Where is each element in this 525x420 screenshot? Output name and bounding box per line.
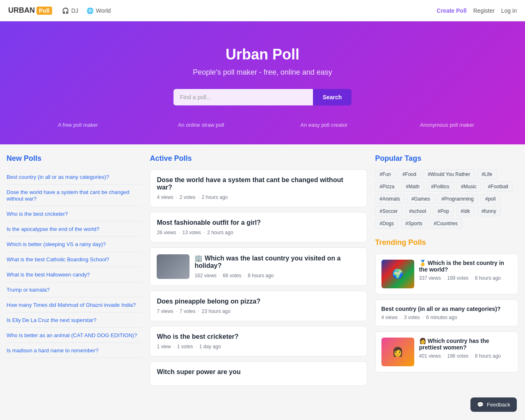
hero-feature-3: An easy poll creator: [262, 122, 386, 128]
tag-item[interactable]: #Music: [457, 182, 481, 192]
tag-item[interactable]: #Politics: [427, 182, 454, 192]
trending-views: 337 views: [419, 275, 441, 281]
active-poll-card: Most fashionable outfit for a girl? 26 v…: [150, 212, 367, 242]
poll-thumb-image: [157, 254, 189, 279]
brand-poll: Poll: [37, 7, 52, 15]
poll-info: 🏢 Which was the last country you visited…: [194, 254, 360, 278]
poll-time[interactable]: 8 hours ago: [248, 273, 274, 278]
trending-time[interactable]: 8 hours ago: [475, 275, 501, 281]
new-poll-list: Best country (in all or as many categori…: [7, 169, 142, 358]
create-poll-link[interactable]: Create Poll: [437, 7, 467, 14]
search-input[interactable]: [173, 89, 313, 105]
poll-time[interactable]: 2 hours ago: [202, 194, 228, 200]
tag-item[interactable]: #Pizza: [375, 182, 399, 192]
hero-title: Urban Poll: [8, 46, 517, 63]
trending-time[interactable]: 6 minutes ago: [426, 315, 457, 320]
poll-title[interactable]: 🏢 Which was the last country you visited…: [194, 254, 360, 269]
trending-time[interactable]: 8 hours ago: [475, 353, 501, 359]
tag-item[interactable]: #Football: [484, 182, 513, 192]
search-button[interactable]: Search: [313, 89, 352, 105]
poll-meta: 162 views · 66 votes · 8 hours ago: [194, 273, 360, 278]
navbar-right: Create Poll Register Log in: [437, 7, 517, 14]
tag-item[interactable]: #Life: [477, 169, 497, 179]
right-column: Popular Tags #Fun#Food#Would You Rather#…: [375, 154, 518, 391]
register-link[interactable]: Register: [473, 7, 495, 14]
tag-item[interactable]: #Math: [402, 182, 424, 192]
new-poll-link[interactable]: What is the best Catholic Boarding Schoo…: [7, 256, 109, 262]
tags-container: #Fun#Food#Would You Rather#Life#Pizza#Ma…: [375, 169, 518, 228]
poll-time[interactable]: 1 day ago: [199, 344, 221, 349]
tag-item[interactable]: #Food: [398, 169, 421, 179]
new-poll-link[interactable]: Is the apocalypse the end of the world?: [7, 226, 99, 232]
tag-item[interactable]: #poll: [481, 194, 500, 204]
active-poll-card: 🏢 Which was the last country you visited…: [150, 247, 367, 286]
trending-poll-title[interactable]: 🥇 Which is the best country in the world…: [419, 260, 512, 273]
new-poll-link[interactable]: How many Times did Mahmud of Ghazni inva…: [7, 302, 136, 308]
separator: ·: [219, 273, 220, 278]
active-polls-title: Active Polls: [150, 154, 367, 163]
separator: ·: [196, 344, 197, 349]
trending-votes: 3 votes: [404, 315, 420, 320]
new-poll-link[interactable]: Trump or kamala?: [7, 287, 50, 293]
tag-item[interactable]: #Fun: [375, 169, 395, 179]
tag-item[interactable]: #Countries: [429, 219, 462, 228]
tag-item[interactable]: #Animals: [375, 194, 404, 204]
tag-item[interactable]: #Sports: [401, 219, 427, 228]
tag-item[interactable]: #school: [405, 206, 431, 216]
new-poll-link[interactable]: Is madison a hard name to remember?: [7, 347, 98, 354]
new-poll-item: Who is better as an animal (CAT AND DOG …: [7, 328, 142, 343]
tag-item[interactable]: #Programming: [437, 194, 478, 204]
new-poll-link[interactable]: Dose the world have a system that cant b…: [7, 189, 129, 202]
poll-title[interactable]: Dose the world have a system that cant b…: [157, 176, 360, 191]
poll-title[interactable]: Who is the best cricketer?: [157, 333, 360, 340]
separator: ·: [400, 315, 402, 320]
new-poll-link[interactable]: Who is better as an animal (CAT AND DOG …: [7, 332, 137, 338]
trending-poll-title[interactable]: Best country (in all or as many categori…: [381, 306, 512, 312]
active-polls-column: Active Polls Dose the world have a syste…: [150, 154, 375, 391]
poll-title[interactable]: Does pineapple belong on pizza?: [157, 298, 360, 305]
trending-info: 👩 Which country has the prettiest women?…: [419, 338, 512, 359]
hero-section: Urban Poll People's poll maker - free, o…: [0, 21, 525, 144]
poll-time[interactable]: 23 hours ago: [202, 308, 231, 314]
new-poll-item: Dose the world have a system that cant b…: [7, 185, 142, 206]
tag-item[interactable]: #Pop: [433, 206, 454, 216]
separator: ·: [422, 315, 424, 320]
trending-views: 401 views: [419, 353, 441, 359]
poll-meta: 7 views · 7 votes · 23 hours ago: [157, 308, 360, 314]
tag-item[interactable]: #Idk: [456, 206, 475, 216]
tag-item[interactable]: #Dogs: [375, 219, 399, 228]
separator: ·: [198, 194, 199, 200]
new-poll-item: Best country (in all or as many categori…: [7, 169, 142, 185]
poll-title[interactable]: Most fashionable outfit for a girl?: [157, 219, 360, 226]
navbar-dj-link[interactable]: 🎧 DJ: [62, 7, 78, 14]
poll-votes: 13 votes: [182, 230, 201, 235]
brand-logo[interactable]: URBAN Poll: [8, 6, 52, 15]
new-poll-link[interactable]: Who is the best cricketer?: [7, 211, 68, 217]
dj-icon: 🎧: [62, 7, 69, 14]
poll-title[interactable]: Witch super power are you: [157, 368, 360, 376]
new-poll-item: Which is better (sleeping VS a rainy day…: [7, 237, 142, 252]
trending-views: 4 views: [381, 315, 398, 320]
globe-icon: 🌐: [87, 7, 94, 14]
feedback-button[interactable]: 💬 Feedback: [470, 397, 517, 401]
poll-votes: 7 votes: [180, 308, 196, 314]
login-link[interactable]: Log in: [501, 7, 517, 14]
poll-views: 162 views: [194, 273, 216, 278]
new-poll-link[interactable]: Best country (in all or as many categori…: [7, 174, 109, 180]
new-poll-link[interactable]: Which is better (sleeping VS a rainy day…: [7, 241, 106, 247]
tag-item[interactable]: #Would You Rather: [423, 169, 475, 179]
tag-item[interactable]: #Soccer: [375, 206, 402, 216]
tag-item[interactable]: #Games: [407, 194, 434, 204]
navbar-dj-label: DJ: [71, 7, 78, 14]
poll-time[interactable]: 2 hours ago: [207, 230, 233, 235]
separator: ·: [471, 275, 472, 281]
poll-votes: 1 votes: [177, 344, 193, 349]
popular-tags-title: Popular Tags: [375, 154, 518, 163]
navbar-world-link[interactable]: 🌐 World: [87, 7, 111, 14]
new-poll-item: Is Elly De La Cruz the next superstar?: [7, 313, 142, 328]
tag-item[interactable]: #funny: [477, 206, 501, 216]
trending-card: 👩 👩 Which country has the prettiest wome…: [375, 331, 518, 372]
new-poll-link[interactable]: Is Elly De La Cruz the next superstar?: [7, 317, 96, 323]
trending-poll-title[interactable]: 👩 Which country has the prettiest women?: [419, 338, 512, 351]
new-poll-link[interactable]: What is the best Halloween candy?: [7, 272, 90, 278]
